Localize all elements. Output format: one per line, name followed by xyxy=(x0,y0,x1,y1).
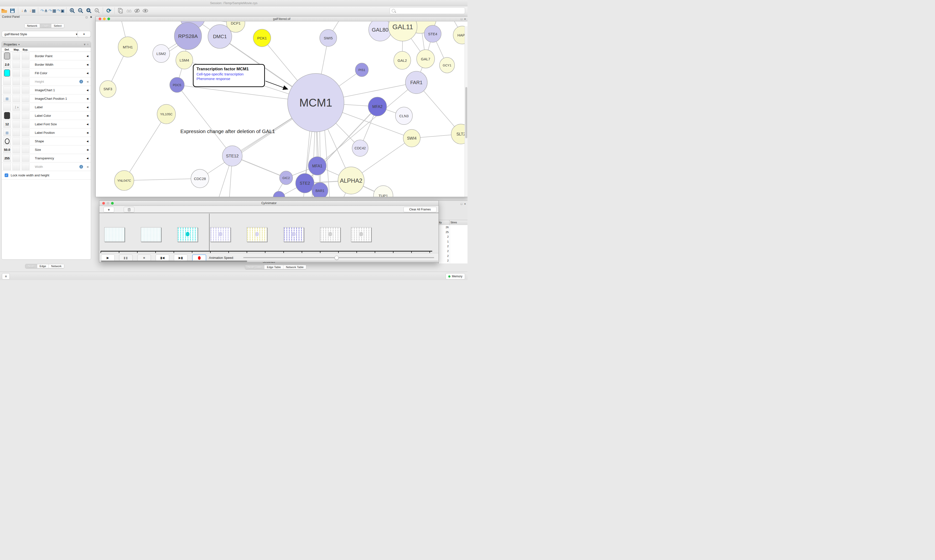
property-row[interactable]: 50.0Size◀ xyxy=(2,146,91,154)
property-value-cell[interactable] xyxy=(22,146,29,153)
expand-row-icon[interactable]: ◀ xyxy=(86,106,88,109)
property-value-cell[interactable] xyxy=(12,61,20,68)
annotation-link[interactable]: Pheromone response xyxy=(196,77,261,81)
property-value-cell[interactable] xyxy=(22,52,29,60)
frame-thumbnail[interactable] xyxy=(284,227,304,242)
property-value-cell[interactable] xyxy=(22,103,29,111)
annotation-box[interactable]: Transcription factor MCM1 Cell-type-spec… xyxy=(193,64,265,87)
float-panel-icon[interactable]: □ xyxy=(86,15,87,19)
table-row[interactable]: 2 xyxy=(438,249,468,254)
property-row[interactable]: Shape◀ xyxy=(2,137,91,146)
property-row[interactable]: Image/Chart 1◀ xyxy=(2,86,91,94)
property-value-cell[interactable] xyxy=(3,69,11,77)
property-value-cell[interactable] xyxy=(3,78,11,85)
scrollbar-thumb[interactable] xyxy=(465,87,467,138)
table-row[interactable]: 25 xyxy=(438,230,468,235)
expand-all-icon[interactable]: « xyxy=(86,43,90,45)
play-button[interactable]: ▶ xyxy=(101,254,115,261)
tab-node[interactable]: Node xyxy=(25,264,37,268)
add-frame-button[interactable]: + xyxy=(103,207,114,212)
network-canvas[interactable]: DCP1RPS28ADMC1PCK1SWI5GAL80GAL11STE4HAP2… xyxy=(96,22,468,197)
property-value-cell[interactable] xyxy=(22,137,29,145)
timeline-playhead[interactable] xyxy=(209,214,210,251)
expand-row-icon[interactable]: ◀ xyxy=(86,80,88,83)
expand-row-icon[interactable]: ◀ xyxy=(86,165,88,168)
memory-button[interactable]: Memory xyxy=(446,273,465,280)
property-row[interactable]: Label Color◀ xyxy=(2,111,91,120)
property-value-cell[interactable] xyxy=(22,112,29,119)
property-value-cell[interactable] xyxy=(22,154,29,162)
tab-edge-table[interactable]: Edge Table xyxy=(264,265,284,269)
close-panel-icon[interactable]: × xyxy=(90,15,92,19)
expand-row-icon[interactable]: ◀ xyxy=(86,72,88,74)
tab-network[interactable]: Network xyxy=(25,24,40,28)
tab-select[interactable]: Select xyxy=(51,24,64,28)
copy-view-button[interactable] xyxy=(116,7,125,14)
property-value-cell[interactable] xyxy=(12,86,20,94)
property-value-cell[interactable] xyxy=(3,86,11,94)
close-panel-x-icon[interactable]: × xyxy=(464,202,466,205)
property-value-cell[interactable] xyxy=(22,120,29,128)
property-value-cell[interactable] xyxy=(12,146,20,153)
save-session-button[interactable] xyxy=(8,7,17,14)
clear-all-frames-button[interactable]: Clear All Frames xyxy=(403,207,437,212)
property-value-cell[interactable] xyxy=(22,95,29,102)
table-row[interactable]: 26 xyxy=(438,225,468,230)
property-value-cell[interactable] xyxy=(3,103,11,111)
hide-view-button[interactable] xyxy=(133,7,141,14)
property-value-cell[interactable] xyxy=(12,129,20,136)
property-value-cell[interactable] xyxy=(22,129,29,136)
property-value-cell[interactable] xyxy=(22,163,29,170)
checkbox-checked-icon[interactable]: ✓ xyxy=(5,174,8,177)
property-value-cell[interactable]: ⋮› xyxy=(12,103,20,111)
properties-header[interactable]: Properties ▾ » « xyxy=(2,42,91,48)
style-options-button[interactable]: ▾ xyxy=(77,31,91,37)
scrollbar-thumb[interactable] xyxy=(101,260,247,262)
expand-row-icon[interactable]: ◀ xyxy=(86,89,88,91)
panel-menu-button[interactable]: ≡ xyxy=(2,273,10,280)
zoom-out-button[interactable] xyxy=(76,7,85,14)
property-value-cell[interactable] xyxy=(3,112,11,119)
frame-thumbnail[interactable] xyxy=(247,227,267,242)
frame-thumbnail[interactable] xyxy=(141,227,161,242)
zoom-selected-button[interactable] xyxy=(93,7,101,14)
delete-frame-button[interactable] xyxy=(124,207,134,212)
network-vertical-scrollbar[interactable] xyxy=(464,26,468,197)
float-window-icon[interactable]: □ xyxy=(461,17,462,20)
expand-row-icon[interactable]: ◀ xyxy=(86,140,88,143)
expand-row-icon[interactable]: ◀ xyxy=(86,114,88,117)
table-row[interactable]: 2 xyxy=(438,234,468,239)
skip-to-end-button[interactable]: ▶▮ xyxy=(174,254,187,261)
expand-row-icon[interactable]: ◀ xyxy=(86,131,88,134)
tab-style[interactable]: Style xyxy=(40,24,51,28)
zoom-fit-button[interactable] xyxy=(85,7,93,14)
refresh-button[interactable]: ⟳ xyxy=(105,7,113,14)
property-value-cell[interactable] xyxy=(12,137,20,145)
skip-to-start-button[interactable]: ▮◀ xyxy=(156,254,169,261)
frame-thumbnail[interactable] xyxy=(104,227,125,242)
expand-row-icon[interactable]: ◀ xyxy=(86,97,88,100)
export-image-button[interactable]: ↷▣ xyxy=(57,7,65,14)
export-table-button[interactable]: ↷▦ xyxy=(48,7,57,14)
float-panel-icon[interactable]: □ xyxy=(461,202,462,205)
column-header[interactable]: ity xyxy=(438,220,449,225)
frame-thumbnail[interactable] xyxy=(210,227,231,242)
property-value-cell[interactable] xyxy=(3,163,11,170)
property-value-cell[interactable] xyxy=(12,120,20,128)
property-value-cell[interactable]: ▤ xyxy=(3,95,11,102)
search-field[interactable] xyxy=(390,7,465,14)
tab-edge[interactable]: Edge xyxy=(37,264,49,268)
property-value-cell[interactable] xyxy=(12,78,20,85)
property-row[interactable]: Heighti◀ xyxy=(2,77,91,86)
search-input[interactable] xyxy=(397,9,463,13)
table-row[interactable]: 2 xyxy=(438,254,468,258)
property-value-cell[interactable] xyxy=(12,95,20,102)
expand-row-icon[interactable]: ◀ xyxy=(86,55,88,57)
frame-thumbnail[interactable] xyxy=(351,227,371,242)
property-row[interactable]: Fill Color◀ xyxy=(2,69,91,77)
property-value-cell[interactable]: 50.0 xyxy=(3,146,11,153)
property-value-cell[interactable]: 12 xyxy=(3,120,11,128)
network-node-PURP2[interactable] xyxy=(273,191,285,197)
property-row[interactable]: ▤Label Position◀ xyxy=(2,128,91,137)
property-value-cell[interactable]: 2.0 xyxy=(3,61,11,68)
